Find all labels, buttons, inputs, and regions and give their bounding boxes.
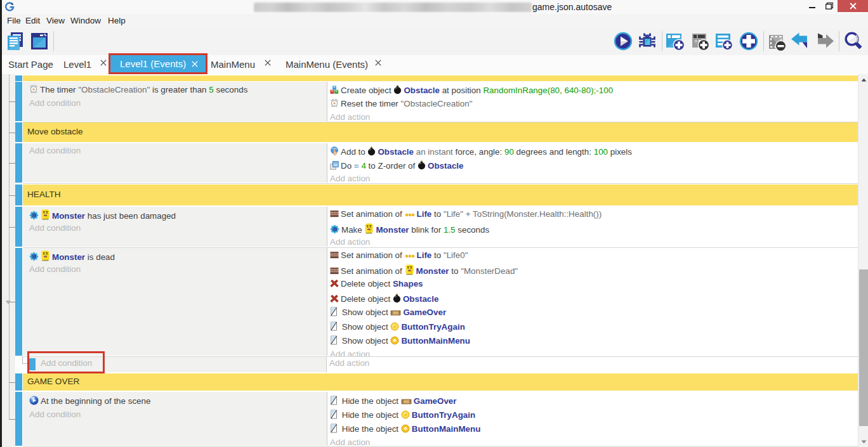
condition-line[interactable]: At the beginning of the scene (23, 396, 327, 410)
scene-window-icon[interactable] (29, 31, 49, 51)
event-handle-bar[interactable] (15, 207, 22, 247)
actions-cell[interactable]: Add action (327, 357, 858, 372)
tab-close-icon[interactable] (374, 59, 381, 66)
projects-icon[interactable] (5, 31, 25, 51)
monster-icon (41, 211, 52, 221)
comment-body[interactable]: Move obstacle (23, 122, 858, 142)
actions-cell[interactable]: Create object Obstacle at position Rando… (327, 82, 858, 121)
scroll-down-button[interactable] (858, 436, 868, 447)
action-line[interactable]: Create object Obstacle at position Rando… (327, 84, 858, 98)
conditions-cell[interactable]: Monster is deadAdd condition (23, 248, 327, 356)
buttontryagain-object-icon (390, 322, 401, 332)
action-line[interactable]: Show object GameOver (327, 307, 858, 321)
event-handle-bar[interactable] (15, 373, 22, 391)
event-handle-bar[interactable] (15, 392, 22, 446)
add-condition-button[interactable]: Add condition (23, 410, 327, 424)
action-line[interactable]: Set animation of Life to "Life0" (327, 250, 858, 264)
comment-row: GAME OVER (15, 373, 858, 391)
condition-line[interactable]: Monster is dead (23, 250, 327, 264)
event-handle-bar[interactable] (15, 143, 22, 183)
actions-cell[interactable]: Set animation of Life to "Life" + ToStri… (327, 207, 858, 247)
menu-edit[interactable]: Edit (25, 16, 40, 25)
search-icon[interactable] (843, 31, 864, 51)
conditions-cell[interactable]: At the beginning of the sceneAdd conditi… (23, 392, 327, 446)
action-line[interactable]: Show object ButtonMainMenu (327, 335, 858, 349)
add-condition-button[interactable]: Add condition (23, 223, 327, 237)
event-handle-bar[interactable] (15, 122, 22, 142)
action-line[interactable]: Hide the object GameOver (327, 396, 858, 410)
delete-event-icon[interactable] (766, 31, 786, 51)
add-action-button[interactable]: Add action (327, 437, 858, 447)
action-line[interactable]: Show object ButtonTryAgain (327, 321, 858, 335)
text-segment: Delete object (341, 279, 393, 288)
z-order-icon (330, 161, 339, 170)
menu-file[interactable]: File (7, 16, 21, 25)
menu-window[interactable]: Window (70, 16, 101, 25)
action-line[interactable]: Delete object Shapes (327, 279, 858, 293)
delete-object-icon (330, 294, 341, 304)
menu-help[interactable]: Help (108, 16, 126, 25)
create-object-icon (330, 86, 339, 94)
scrollbar-thumb[interactable] (859, 269, 868, 426)
conditions-cell[interactable]: Monster has just been damagedAdd conditi… (23, 207, 327, 247)
vertical-scrollbar[interactable] (858, 74, 868, 447)
comment-body[interactable]: HEALTH (23, 185, 858, 205)
add-condition-button[interactable]: Add condition (23, 98, 327, 112)
condition-line[interactable]: Monster has just been damaged (23, 209, 327, 223)
obstacle-object-icon (367, 146, 376, 156)
action-line[interactable]: Set animation of Life to "Life" + ToStri… (327, 209, 858, 223)
actions-cell[interactable]: Set animation of Life to "Life0"Set anim… (327, 248, 858, 356)
actions-cell[interactable]: Hide the object GameOver Hide the object… (327, 392, 858, 446)
action-line[interactable]: Hide the object ButtonMainMenu (327, 424, 858, 437)
comment-body[interactable]: GAME OVER (23, 373, 858, 391)
actions-cell[interactable]: Add to Obstacle an instant force, angle:… (327, 143, 858, 183)
conditions-cell[interactable]: The timer "ObstacleCreation" is greater … (23, 82, 327, 121)
comment-body[interactable] (23, 75, 858, 81)
tree-tick (9, 101, 15, 102)
event-handle-bar[interactable] (15, 75, 22, 81)
monster-icon (364, 225, 376, 235)
text-segment: Show object (339, 336, 390, 346)
scroll-up-button[interactable] (858, 74, 868, 85)
action-line[interactable]: Do = 4 to Z-order of Obstacle (327, 160, 858, 174)
set-animation-icon (330, 209, 341, 219)
text-segment: ButtonTryAgain (412, 410, 475, 420)
add-subevent-icon[interactable] (690, 31, 710, 51)
action-line[interactable]: Make Monster blink for 1.5 seconds (327, 223, 858, 237)
event-handle-bar[interactable] (15, 185, 22, 205)
restore-button[interactable] (820, 0, 838, 12)
visibility-icon (330, 396, 338, 405)
visibility-icon (330, 308, 339, 317)
buttontryagain-object-icon (401, 410, 410, 419)
play-icon[interactable] (613, 31, 633, 51)
action-line[interactable]: Delete object Obstacle (327, 293, 858, 307)
add-condition-button[interactable]: Add condition (23, 146, 327, 160)
gameover-object-icon (401, 398, 412, 405)
event-handle-bar[interactable] (15, 82, 22, 121)
action-line[interactable]: Set animation of Monster to "MonsterDead… (327, 264, 858, 278)
text-segment: to (431, 250, 444, 260)
event-row: The timer "ObstacleCreation" is greater … (15, 82, 858, 121)
event-handle-bar[interactable] (15, 248, 22, 356)
action-line[interactable]: Add to Obstacle an instant force, angle:… (327, 146, 858, 160)
minimize-button[interactable] (801, 0, 819, 12)
event-row: At the beginning of the sceneAdd conditi… (15, 392, 858, 446)
add-event-icon[interactable] (665, 31, 685, 51)
action-line[interactable]: Reset the timer "ObstacleCreation" (327, 98, 858, 112)
tab-close-icon[interactable] (264, 59, 271, 66)
add-action-button[interactable]: Add action (327, 358, 858, 372)
debugger-icon[interactable] (637, 31, 657, 51)
close-button[interactable] (838, 0, 868, 12)
collapse-arrow-icon[interactable] (6, 301, 11, 304)
add-condition-button[interactable]: Add condition (23, 264, 327, 278)
action-line[interactable]: Hide the object ButtonTryAgain (327, 410, 858, 424)
menu-view[interactable]: View (46, 16, 65, 25)
add-special-event-icon[interactable] (739, 31, 759, 51)
conditions-cell[interactable]: Add condition (23, 143, 327, 183)
add-comment-icon[interactable] (714, 31, 734, 51)
condition-line[interactable]: The timer "ObstacleCreation" is greater … (23, 84, 327, 98)
redo-icon[interactable] (815, 31, 835, 51)
tab-close-icon[interactable] (100, 59, 107, 66)
annotation-box-tab (109, 53, 207, 74)
undo-icon[interactable] (790, 31, 810, 51)
